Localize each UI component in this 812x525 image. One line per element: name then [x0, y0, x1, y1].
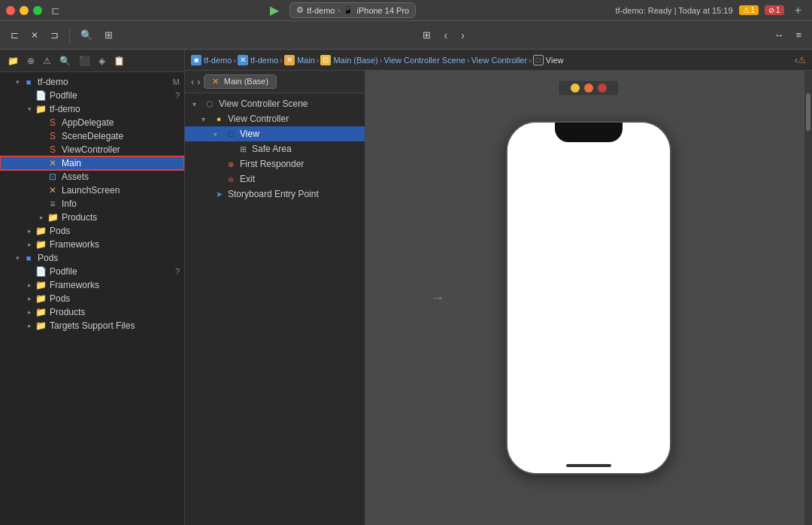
nav-vcs-btn[interactable]: ⊕ — [24, 54, 38, 68]
device-icon: 📱 — [343, 5, 353, 15]
outline-row-storyboard-ep[interactable]: ➤ Storyboard Entry Point — [185, 187, 365, 202]
nav-breakpoints-btn[interactable]: ◈ — [95, 54, 108, 68]
tree-item-label: Frameworks — [50, 239, 184, 250]
nav-debug-btn[interactable]: ⬛ — [76, 54, 93, 68]
debug-toggle[interactable]: ✕ — [26, 28, 43, 43]
run-button[interactable]: ▶ — [265, 1, 283, 20]
breadcrumb-vc-scene[interactable]: View Controller Scene — [383, 56, 465, 65]
tree-item-targets-support[interactable]: 📁 Targets Support Files — [0, 319, 184, 332]
expand-arrow[interactable] — [24, 105, 35, 113]
error-count: 1 — [776, 6, 780, 14]
toolbar-right: ↔ ≡ — [769, 27, 806, 43]
tree-item-label: Products — [62, 212, 184, 223]
tree-item-podfile-root[interactable]: 📄 Podfile ? — [0, 89, 184, 102]
phone-container: → — [506, 121, 671, 475]
breadcrumb-tf-demo-2[interactable]: ✕ tf-demo — [238, 55, 278, 65]
tree-item-products-1[interactable]: 📁 Products — [0, 211, 184, 224]
expand-arrow[interactable] — [24, 241, 35, 248]
file-tree: ■ tf-demo M 📄 Podfile ? — [0, 72, 184, 525]
breadcrumb-sep: › — [233, 56, 236, 65]
tree-item-podfile-pods[interactable]: 📄 Podfile ? — [0, 265, 184, 278]
nav-reports-btn[interactable]: 📋 — [111, 54, 128, 68]
folder-icon: 📁 — [35, 225, 47, 237]
outline-row-safe-area[interactable]: ⊞ Safe Area — [185, 141, 365, 156]
xcodeproj-icon: ■ — [23, 76, 35, 88]
tree-item-viewcontroller[interactable]: S ViewController — [0, 143, 184, 156]
filter-btn[interactable]: ⊞ — [100, 27, 117, 43]
tree-item-pods-2[interactable]: 📁 Pods — [0, 292, 184, 305]
expand-arrow[interactable] — [24, 308, 35, 316]
outline-row-vc[interactable]: ▾ ● View Controller — [185, 111, 365, 126]
inspector-toggle-1[interactable]: ↔ — [769, 27, 788, 43]
tree-item-tf-demo-root[interactable]: ■ tf-demo M — [0, 75, 184, 89]
tree-item-appdelegate[interactable]: S AppDelegate — [0, 116, 184, 129]
group-icon: 📁 — [35, 103, 47, 115]
expand-arrow[interactable] — [24, 322, 35, 329]
folder-icon: 📁 — [35, 238, 47, 250]
outline-row-vc-scene[interactable]: ▾ ⬡ View Controller Scene — [185, 96, 365, 111]
tree-item-pods-group[interactable]: 📁 Pods — [0, 224, 184, 238]
maximize-button[interactable] — [33, 6, 42, 15]
toolbar-left: ⊏ ✕ ⊐ 🔍 ⊞ — [6, 27, 117, 43]
nav-search-btn[interactable]: 🔍 — [56, 54, 74, 68]
nav-forward-btn[interactable]: › — [456, 27, 469, 44]
breadcrumb-tf-demo-1[interactable]: ■ tf-demo — [191, 55, 232, 65]
navigator-toggle[interactable]: ⊏ — [6, 27, 23, 43]
tree-item-pods-root[interactable]: ■ Pods — [0, 251, 184, 265]
scheme-selector[interactable]: ⚙ tf-demo › 📱 iPhone 14 Pro — [289, 2, 416, 18]
canvas-content[interactable]: → — [365, 71, 812, 525]
outline-row-label: Exit — [240, 174, 255, 184]
tree-item-scenedelegate[interactable]: S SceneDelegate — [0, 129, 184, 143]
phone-frame — [506, 121, 671, 475]
doc-nav-back[interactable]: ‹ — [191, 76, 194, 87]
expand-arrow[interactable] — [24, 295, 35, 302]
entry-arrow-container: → — [431, 290, 444, 306]
tree-item-launchscreen[interactable]: ✕ LaunchScreen — [0, 184, 184, 197]
tree-item-frameworks-2[interactable]: 📁 Frameworks — [0, 278, 184, 292]
tree-item-label: Pods — [38, 253, 184, 263]
tree-item-products-2[interactable]: 📁 Products — [0, 305, 184, 319]
utilities-toggle[interactable]: ⊐ — [46, 27, 63, 43]
breadcrumb-main[interactable]: ✕ Main — [284, 55, 315, 65]
scrollbar-thumb[interactable] — [806, 93, 810, 131]
item-badge: ? — [175, 91, 180, 100]
view-toggle-1[interactable]: ⊞ — [418, 27, 435, 43]
expand-arrow[interactable] — [12, 254, 23, 262]
breadcrumb-vc[interactable]: View Controller — [471, 56, 527, 65]
breadcrumb-icon: ■ — [191, 55, 201, 65]
nav-back-btn[interactable]: ‹ — [440, 27, 453, 44]
safe-area-icon: ⊞ — [237, 143, 249, 155]
search-btn[interactable]: 🔍 — [76, 27, 97, 43]
sidebar-toggle[interactable]: ⊏ — [51, 5, 60, 17]
expand-arrow[interactable] — [24, 281, 35, 289]
inspector-toggle-2[interactable]: ≡ — [791, 27, 806, 43]
outline-row-first-responder[interactable]: ⊕ First Responder — [185, 156, 365, 171]
canvas-scrollbar[interactable] — [804, 71, 812, 525]
expand-arrow[interactable] — [12, 78, 23, 86]
breadcrumb-bar: ■ tf-demo › ✕ tf-demo › ✕ Main › ⊡ Main … — [185, 50, 812, 71]
doc-outline-tab[interactable]: ✕ Main (Base) — [204, 74, 277, 89]
add-button[interactable]: + — [790, 2, 806, 20]
outline-row-view[interactable]: ▾ □ View — [185, 126, 365, 141]
outline-row-label: View Controller Scene — [219, 99, 308, 109]
outline-row-exit[interactable]: ⊕ Exit — [185, 171, 365, 187]
doc-nav-forward[interactable]: › — [197, 76, 200, 87]
tree-item-info[interactable]: ≡ Info — [0, 197, 184, 211]
toolbar-sep-1 — [69, 28, 70, 43]
nav-issues-btn[interactable]: ⚠ — [40, 54, 54, 68]
document-outline: ‹ › ✕ Main (Base) ▾ ⬡ View Co — [185, 71, 365, 525]
nav-folder-btn[interactable]: 📁 — [5, 54, 22, 68]
breadcrumb-view[interactable]: □ View — [533, 55, 564, 65]
tree-item-main[interactable]: ✕ Main — [0, 156, 184, 170]
doc-outline-toolbar: ‹ › ✕ Main (Base) — [185, 71, 365, 93]
tree-item-assets[interactable]: ⊡ Assets — [0, 170, 184, 184]
breadcrumb-main-base[interactable]: ⊡ Main (Base) — [320, 55, 377, 65]
tree-item-frameworks-1[interactable]: 📁 Frameworks — [0, 238, 184, 251]
item-badge: M — [173, 77, 180, 86]
minimize-button[interactable] — [20, 6, 29, 15]
breadcrumb-icon: ⊡ — [320, 55, 331, 65]
close-button[interactable] — [6, 6, 15, 15]
expand-arrow[interactable] — [36, 214, 47, 221]
expand-arrow[interactable] — [24, 227, 35, 235]
tree-item-tf-demo-group[interactable]: 📁 tf-demo — [0, 102, 184, 116]
